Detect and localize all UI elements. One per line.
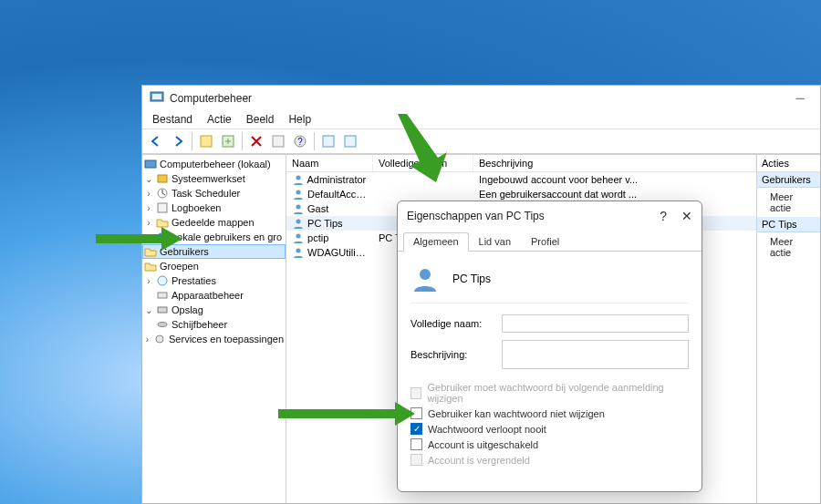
action-button-1[interactable]: [318, 131, 338, 151]
storage-icon: [156, 303, 169, 316]
dialog-tabs: Algemeen Lid van Profiel: [398, 232, 701, 252]
tree-users[interactable]: Gebruikers: [142, 244, 286, 259]
tree-services-apps[interactable]: › Services en toepassingen: [142, 332, 286, 346]
back-button[interactable]: [146, 131, 166, 151]
svg-rect-4: [273, 136, 284, 147]
label-description: Beschrijving:: [410, 349, 502, 360]
svg-rect-2: [201, 136, 212, 147]
chevron-right-icon: ›: [144, 203, 153, 213]
check-never-expire[interactable]: ✓ Wachtwoord verloopt nooit: [410, 421, 689, 437]
user-icon: [410, 264, 440, 293]
folder-icon: [144, 260, 157, 273]
svg-rect-1: [152, 94, 161, 99]
menu-file[interactable]: Bestand: [146, 111, 199, 128]
col-fullname[interactable]: Volledige naam: [373, 155, 473, 171]
forward-button[interactable]: [168, 131, 188, 151]
description-field[interactable]: [502, 340, 689, 369]
tree-event-viewer[interactable]: › Logboeken: [142, 201, 286, 215]
col-name[interactable]: Naam: [286, 155, 373, 171]
chevron-down-icon: ⌄: [144, 174, 153, 184]
label-fullname: Volledige naam:: [410, 318, 502, 329]
svg-rect-12: [158, 203, 167, 212]
log-icon: [156, 201, 169, 214]
checkbox-icon: [410, 407, 422, 419]
tree-disk-mgmt[interactable]: › Schijfbeheer: [142, 317, 286, 332]
svg-point-22: [296, 205, 301, 210]
tab-memberof[interactable]: Lid van: [469, 232, 521, 251]
console-icon: [144, 158, 157, 170]
actions-header: Acties: [757, 155, 820, 172]
window-titlebar: Computerbeheer ─: [142, 86, 820, 110]
chevron-right-icon: ›: [144, 189, 153, 199]
properties-button[interactable]: [196, 131, 216, 151]
svg-rect-9: [145, 160, 156, 168]
actions-group-pctips: PC Tips: [757, 217, 820, 232]
tree-storage[interactable]: ⌄ Opslag: [142, 303, 286, 317]
actions-pane: Acties Gebruikers Meer actie PC Tips Mee…: [756, 155, 820, 503]
svg-point-19: [156, 335, 163, 343]
refresh-button[interactable]: [218, 131, 238, 151]
svg-rect-8: [345, 136, 356, 147]
list-item[interactable]: Administrator Ingebouwd account voor beh…: [286, 172, 756, 187]
folder-icon: [144, 245, 157, 258]
chevron-right-icon: ›: [144, 218, 153, 228]
check-must-change: Gebruiker moet wachtwoord bij volgende a…: [410, 380, 689, 406]
list-header: Naam Volledige naam Beschrijving: [286, 155, 756, 172]
tab-profile[interactable]: Profiel: [521, 232, 569, 251]
list-item[interactable]: DefaultAcco... Een gebruikersaccount dat…: [286, 187, 756, 201]
fullname-field[interactable]: [502, 314, 689, 333]
tree-groups[interactable]: Groepen: [142, 259, 286, 273]
actions-more-1[interactable]: Meer actie: [757, 188, 820, 217]
device-icon: [156, 289, 169, 302]
menu-help[interactable]: Help: [282, 111, 317, 128]
actions-group-gebruikers: Gebruikers: [757, 172, 820, 188]
tree-task-scheduler[interactable]: › Task Scheduler: [142, 186, 286, 201]
app-icon: [150, 89, 164, 107]
menu-view[interactable]: Beeld: [240, 111, 281, 128]
menubar: Bestand Actie Beeld Help: [142, 110, 820, 129]
users-icon: [156, 231, 169, 243]
check-account-disabled[interactable]: Account is uitgeschakeld: [410, 437, 689, 452]
help-button[interactable]: ?: [290, 131, 310, 151]
action-button-2[interactable]: [340, 131, 360, 151]
tree-root[interactable]: Computerbeheer (lokaal): [142, 157, 286, 171]
checkbox-icon: [410, 438, 422, 450]
actions-more-2[interactable]: Meer actie: [757, 232, 820, 262]
svg-point-21: [296, 190, 301, 195]
svg-point-26: [420, 269, 431, 280]
checkbox-icon: [410, 387, 421, 399]
svg-point-14: [162, 234, 167, 239]
minimize-button[interactable]: ─: [787, 90, 813, 107]
col-description[interactable]: Beschrijving: [473, 155, 756, 171]
svg-rect-7: [323, 136, 334, 147]
chevron-down-icon: ⌄: [144, 305, 153, 315]
chevron-right-icon: ›: [144, 276, 153, 286]
tree-system-tools[interactable]: ⌄ Systeemwerkset: [142, 171, 286, 186]
close-button[interactable]: ✕: [681, 209, 692, 223]
svg-rect-16: [158, 293, 167, 298]
disk-icon: [156, 318, 169, 331]
svg-rect-17: [158, 307, 167, 313]
help-button[interactable]: ?: [660, 209, 667, 223]
tree-shared-folders[interactable]: › Gedeelde mappen: [142, 215, 286, 230]
tab-general[interactable]: Algemeen: [403, 232, 469, 252]
tree-device-manager[interactable]: › Apparaatbeheer: [142, 288, 286, 303]
window-title: Computerbeheer: [170, 92, 252, 105]
export-button[interactable]: [268, 131, 288, 151]
svg-point-24: [296, 234, 301, 239]
gear-icon: [153, 333, 166, 345]
svg-point-20: [296, 176, 301, 180]
performance-icon: [156, 274, 169, 287]
menu-action[interactable]: Actie: [201, 111, 238, 128]
chevron-right-icon: ›: [144, 334, 151, 345]
delete-button[interactable]: [246, 131, 266, 151]
svg-point-18: [158, 323, 167, 327]
tree-local-users-groups[interactable]: ⌄ Lokale gebruikers en gro: [142, 230, 286, 244]
checkbox-icon: [410, 454, 422, 466]
svg-rect-10: [158, 175, 167, 182]
tree-performance[interactable]: › Prestaties: [142, 273, 286, 288]
tools-icon: [156, 172, 169, 185]
svg-point-15: [158, 276, 167, 285]
folder-icon: [156, 216, 169, 229]
check-cannot-change[interactable]: Gebruiker kan wachtwoord niet wijzigen: [410, 406, 689, 421]
